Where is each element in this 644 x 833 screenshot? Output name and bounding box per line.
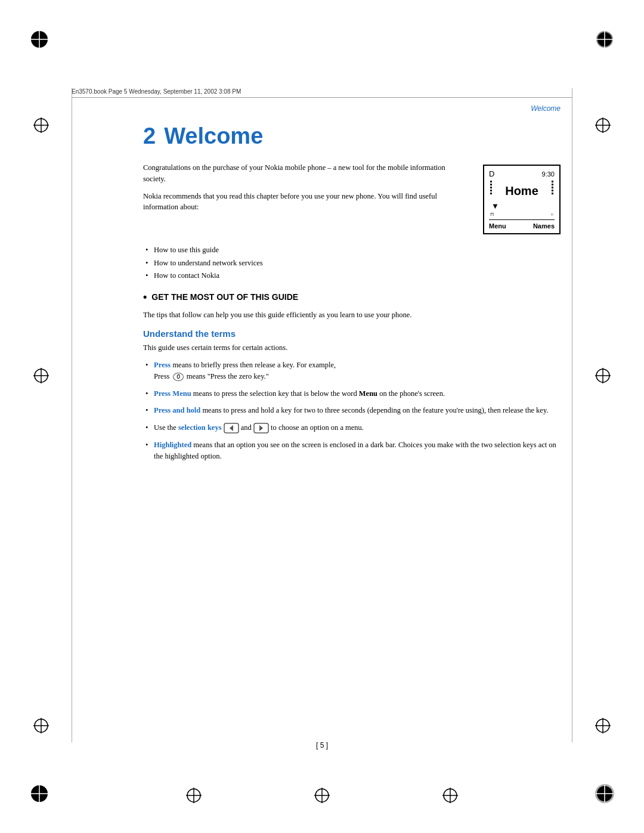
list-item: Press and hold means to press and hold a… <box>143 405 561 416</box>
left-arrow-key-icon <box>224 423 239 433</box>
phone-bottom-row: Menu Names <box>489 219 555 230</box>
phone-top-row: D 9:30 <box>489 169 555 178</box>
reg-mark-left-top <box>32 116 50 134</box>
svg-marker-42 <box>230 425 233 431</box>
list-item: How to use this guide <box>143 245 561 256</box>
corner-mark-br <box>594 783 615 804</box>
chapter-title: 2Welcome <box>143 123 561 149</box>
reg-mark-left-bot <box>32 717 50 735</box>
phone-icon: D <box>489 169 494 178</box>
list-item: Press means to briefly press then releas… <box>143 360 561 382</box>
page: En3570.book Page 5 Wednesday, September … <box>0 0 644 833</box>
get-most-intro: The tips that follow can help you use th… <box>143 309 561 321</box>
corner-mark-bl <box>29 783 50 804</box>
understand-terms-intro: This guide uses certain terms for certai… <box>143 342 561 354</box>
term-selection-keys: selection keys <box>178 423 222 432</box>
reg-mark-left-mid <box>32 367 50 385</box>
list-item: Highlighted means that an option you see… <box>143 439 561 462</box>
intro-para2: Nokia recommends that you read this chap… <box>143 191 469 213</box>
border-left <box>72 88 72 742</box>
reg-mark-right-top <box>594 116 612 134</box>
intro-text: Congratulations on the purchase of your … <box>143 162 469 234</box>
svg-marker-44 <box>259 425 263 431</box>
corner-mark-tr <box>594 29 615 50</box>
reg-mark-right-bot <box>594 717 612 735</box>
border-right <box>572 88 572 742</box>
term-press-hold: Press and hold <box>154 406 200 414</box>
header-file-info: En3570.book Page 5 Wednesday, September … <box>72 88 572 98</box>
term-press: Press <box>154 361 171 369</box>
section-label: Welcome <box>531 104 561 113</box>
phone-menu-label: Menu <box>489 222 506 230</box>
main-content: 2Welcome Congratulations on the purchase… <box>143 116 561 469</box>
term-press-menu: Press Menu <box>154 389 191 398</box>
list-item: Use the selection keys and to choose an … <box>143 422 561 433</box>
reg-mark-bot-right <box>441 786 459 804</box>
right-arrow-key-icon <box>253 423 269 433</box>
understand-terms-heading: Understand the terms <box>143 329 561 339</box>
list-item: How to understand network services <box>143 258 561 269</box>
phone-time: 9:30 <box>542 171 555 178</box>
corner-mark-tl <box>29 29 50 50</box>
list-item: Press Menu means to press the selection … <box>143 388 561 400</box>
phone-names-label: Names <box>533 222 555 230</box>
reg-mark-right-mid <box>594 367 612 385</box>
phone-mockup: D 9:30 Home <box>483 165 561 234</box>
intro-section: Congratulations on the purchase of your … <box>143 162 561 234</box>
phone-home-text: Home <box>497 179 546 202</box>
list-item: How to contact Nokia <box>143 271 561 281</box>
term-highlighted: Highlighted <box>154 441 191 449</box>
page-number: [ 5 ] <box>316 741 328 750</box>
intro-para1: Congratulations on the purchase of your … <box>143 162 469 185</box>
reg-mark-bot-center <box>313 786 331 804</box>
get-most-heading: GET THE MOST OUT OF THIS GUIDE <box>143 291 561 304</box>
term-list: Press means to briefly press then releas… <box>143 360 561 462</box>
zero-key-icon: 0̄ <box>173 373 184 381</box>
reg-mark-bot-left <box>185 786 203 804</box>
intro-bullet-list: How to use this guide How to understand … <box>143 245 561 281</box>
